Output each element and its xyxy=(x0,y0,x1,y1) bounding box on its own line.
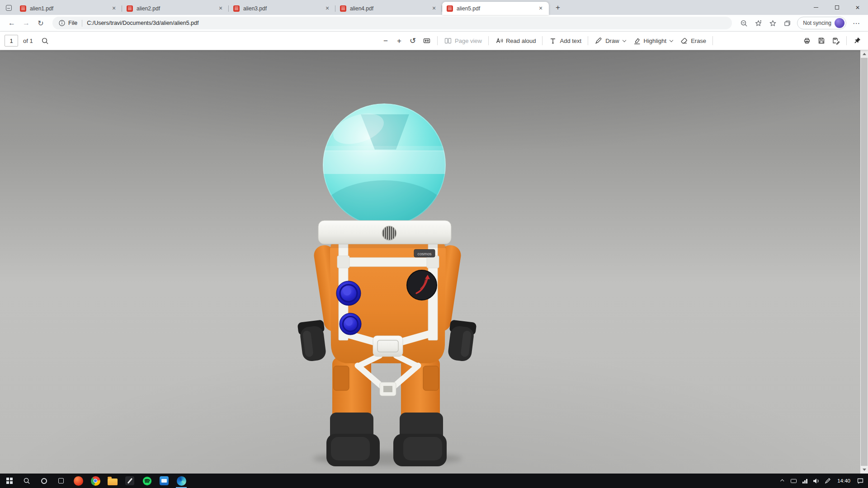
page-number-input[interactable] xyxy=(5,35,18,47)
file-explorer-button[interactable] xyxy=(104,474,121,488)
fit-to-width-button[interactable] xyxy=(420,33,434,48)
zoom-out-icon[interactable] xyxy=(736,17,751,29)
minimize-button[interactable] xyxy=(806,0,826,15)
close-window-button[interactable]: ✕ xyxy=(847,0,868,15)
tab-alien5-active[interactable]: alien5.pdf × xyxy=(442,2,549,15)
astronaut-render: cosmos xyxy=(287,102,486,470)
tab-title: alien1.pdf xyxy=(30,5,107,12)
tab-close-icon[interactable]: × xyxy=(430,5,438,12)
window-controls: ✕ xyxy=(806,0,868,15)
edge-window: alien1.pdf × alien2.pdf × alien3.pdf × a… xyxy=(0,0,868,488)
cortana-button[interactable] xyxy=(35,474,52,488)
profile-avatar xyxy=(835,18,844,28)
chevron-up-icon xyxy=(780,479,784,483)
tab-actions-button[interactable] xyxy=(2,1,15,14)
scroll-up-button[interactable] xyxy=(860,50,868,58)
cosmos-tag-text: cosmos xyxy=(417,252,432,256)
spotify-icon xyxy=(142,476,152,486)
add-text-button[interactable]: Add text xyxy=(546,33,585,48)
tab-close-icon[interactable]: × xyxy=(324,5,331,12)
pdf-favicon xyxy=(233,5,240,12)
erase-label: Erase xyxy=(691,38,706,44)
zoom-in-button[interactable]: + xyxy=(392,33,406,48)
draw-button[interactable]: Draw xyxy=(591,33,629,48)
battery-icon xyxy=(791,479,797,483)
new-tab-button[interactable]: + xyxy=(552,1,564,14)
refresh-button[interactable]: ↻ xyxy=(33,19,48,28)
scroll-down-button[interactable] xyxy=(860,466,868,474)
fit-to-width-icon xyxy=(423,37,431,45)
clock[interactable]: 14:40 xyxy=(835,478,852,483)
tab-alien4[interactable]: alien4.pdf × xyxy=(335,2,442,15)
pin-toolbar-button[interactable] xyxy=(850,33,864,48)
page-view-button[interactable]: Page view xyxy=(441,33,485,48)
pen-app-button[interactable] xyxy=(121,474,138,488)
rotate-button[interactable]: ↺ xyxy=(406,33,420,48)
erase-button[interactable]: Erase xyxy=(677,33,709,48)
tab-alien3[interactable]: alien3.pdf × xyxy=(229,2,335,15)
taskbar-search-button[interactable] xyxy=(18,474,35,488)
highlight-button[interactable]: Highlight xyxy=(630,33,677,48)
tab-close-icon[interactable]: × xyxy=(537,5,544,12)
network-button[interactable] xyxy=(802,474,808,488)
file-protocol-label: File xyxy=(68,20,77,26)
left-boot xyxy=(326,413,380,466)
chevron-down-icon[interactable] xyxy=(622,38,626,42)
battery-button[interactable] xyxy=(790,474,797,488)
read-aloud-icon xyxy=(495,37,503,45)
save-button[interactable] xyxy=(814,33,829,48)
restore-button[interactable] xyxy=(826,0,847,15)
action-center-button[interactable] xyxy=(857,474,863,488)
collections-icon[interactable] xyxy=(780,17,794,29)
save-as-icon xyxy=(832,37,840,45)
spotify-app-button[interactable] xyxy=(138,474,156,488)
browser-app-button[interactable] xyxy=(70,474,87,488)
zoom-out-button[interactable]: − xyxy=(379,33,392,48)
tab-alien2[interactable]: alien2.pdf × xyxy=(122,2,229,15)
back-button[interactable]: ← xyxy=(5,19,19,27)
pdf-viewer-canvas[interactable]: cosmos xyxy=(0,50,868,474)
collar-grille xyxy=(382,226,396,240)
chevron-down-icon[interactable] xyxy=(670,38,673,42)
save-as-button[interactable] xyxy=(829,33,843,48)
print-icon xyxy=(803,37,811,45)
vertical-scrollbar[interactable] xyxy=(860,50,868,474)
pen-input-button[interactable] xyxy=(824,474,831,488)
tab-close-icon[interactable]: × xyxy=(217,5,224,12)
tab-strip: alien1.pdf × alien2.pdf × alien3.pdf × a… xyxy=(0,0,868,15)
pdf-search-button[interactable] xyxy=(38,33,52,48)
page-view-label: Page view xyxy=(455,38,482,44)
pdf-toolbar-right xyxy=(800,32,864,50)
read-aloud-button[interactable]: Read aloud xyxy=(492,33,539,48)
action-center-icon xyxy=(857,478,863,484)
address-bar[interactable]: File C:/Users/travi/Documents/3d/alien/a… xyxy=(52,17,732,29)
restore-icon xyxy=(835,5,839,9)
edge-app-button[interactable] xyxy=(173,474,190,488)
task-view-button[interactable] xyxy=(52,474,70,488)
tab-alien1[interactable]: alien1.pdf × xyxy=(15,2,122,15)
tab-actions-icon xyxy=(6,5,12,11)
highlight-icon xyxy=(633,37,641,45)
folder-icon xyxy=(108,479,118,485)
volume-icon xyxy=(813,478,820,484)
pen-input-icon xyxy=(825,478,831,484)
mail-app-button[interactable] xyxy=(156,474,173,488)
add-text-icon xyxy=(549,37,557,45)
forward-button[interactable]: → xyxy=(19,19,33,27)
settings-menu-button[interactable]: ⋯ xyxy=(849,19,863,28)
show-hidden-icons-button[interactable] xyxy=(779,474,786,488)
read-aloud-label: Read aloud xyxy=(506,38,536,44)
print-button[interactable] xyxy=(800,33,814,48)
favorites-icon[interactable] xyxy=(765,17,780,29)
start-button[interactable] xyxy=(1,474,18,488)
task-view-icon xyxy=(58,478,64,483)
scrollbar-thumb[interactable] xyxy=(861,58,868,466)
profile-button[interactable]: Not syncing xyxy=(797,17,846,29)
tab-close-icon[interactable]: × xyxy=(110,5,118,12)
add-favorite-icon[interactable] xyxy=(751,17,765,29)
system-tray: 14:40 xyxy=(779,474,868,488)
chrome-app-button[interactable] xyxy=(87,474,104,488)
pdf-favicon xyxy=(447,5,453,12)
volume-button[interactable] xyxy=(813,474,820,488)
pushpin-icon xyxy=(853,37,861,45)
